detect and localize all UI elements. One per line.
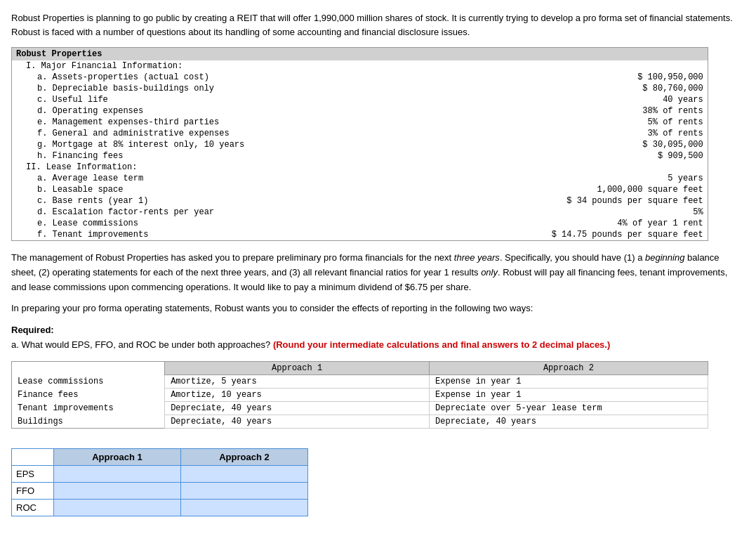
roc-approach2-input[interactable]: [181, 499, 308, 516]
table-row: Lease commissions Amortize, 5 years Expe…: [12, 374, 708, 388]
buildings-app2: Depreciate, 40 years: [430, 415, 708, 428]
gen-admin-value: 3% of rents: [394, 128, 708, 139]
leasable-space-label: b. Leasable space: [12, 184, 394, 195]
base-rents-value: $ 34 pounds per square feet: [394, 195, 708, 207]
avg-lease-label: a. Average lease term: [12, 173, 394, 184]
section-i-header: I. Major Financial Information:: [12, 60, 394, 72]
grid-approach2-header: Approach 2: [181, 448, 308, 465]
lease-comm-label: e. Lease commissions: [12, 218, 394, 229]
base-rents-label: c. Base rents (year 1): [12, 195, 394, 207]
bold-instruction: (Round your intermediate calculations an…: [273, 339, 610, 350]
mortgage-label: g. Mortgage at 8% interest only, 10 year…: [12, 139, 394, 150]
tenant-imp-label: f. Tenant improvements: [12, 229, 394, 241]
roc-approach1-field[interactable]: [58, 502, 176, 513]
tenant-imp-row-label: Tenant improvements: [12, 401, 165, 415]
avg-lease-value: 5 years: [394, 173, 708, 184]
finance-fees-app2: Expense in year 1: [430, 388, 708, 401]
roc-approach2-field[interactable]: [185, 502, 303, 513]
ffo-label: FFO: [12, 482, 54, 499]
eps-approach2-field[interactable]: [185, 469, 303, 479]
escalation-label: d. Escalation factor-rents per year: [12, 207, 394, 218]
approach-comparison-table: Approach 1 Approach 2 Lease commissions …: [11, 361, 708, 429]
roc-label: ROC: [12, 499, 54, 516]
grid-approach1-header: Approach 1: [54, 448, 181, 465]
mgmt-exp-value: 5% of rents: [394, 117, 708, 128]
section-ii-header: II. Lease Information:: [12, 162, 394, 173]
eps-row: EPS: [12, 465, 308, 482]
ffo-approach2-field[interactable]: [185, 485, 303, 496]
eps-approach1-field[interactable]: [58, 469, 176, 479]
eps-approach1-input[interactable]: [54, 465, 181, 482]
eps-label: EPS: [12, 465, 54, 482]
tenant-imp-value: $ 14.75 pounds per square feet: [394, 229, 708, 241]
finance-fees-row-label: Finance fees: [12, 388, 165, 401]
dep-basis-label: b. Depreciable basis-buildings only: [12, 83, 394, 94]
mgmt-exp-label: e. Management expenses-third parties: [12, 117, 394, 128]
middle-paragraph-1: The management of Robust Properties has …: [11, 251, 745, 294]
tenant-imp-app2: Depreciate over 5-year lease term: [430, 401, 708, 415]
buildings-row-label: Buildings: [12, 415, 165, 428]
ffo-approach1-field[interactable]: [58, 485, 176, 496]
required-label: Required:: [11, 325, 54, 335]
gen-admin-label: f. General and administrative expenses: [12, 128, 394, 139]
lease-comm-value: 4% of year 1 rent: [394, 218, 708, 229]
asset-label: a. Assets-properties (actual cost): [12, 72, 394, 83]
approach2-header: Approach 2: [430, 361, 708, 374]
dep-basis-value: $ 80,760,000: [394, 83, 708, 94]
ffo-approach2-input[interactable]: [181, 482, 308, 499]
intro-paragraph: Robust Properties is planning to go publ…: [11, 11, 745, 39]
grid-empty-header: [12, 448, 54, 465]
lease-comm-app2: Expense in year 1: [430, 374, 708, 388]
financing-fees-value: $ 909,500: [394, 150, 708, 162]
ffo-row: FFO: [12, 482, 308, 499]
escalation-value: 5%: [394, 207, 708, 218]
lease-comm-row-label: Lease commissions: [12, 374, 165, 388]
useful-life-value: 40 years: [394, 94, 708, 105]
financial-table: Robust Properties I. Major Financial Inf…: [11, 47, 708, 241]
financing-fees-label: h. Financing fees: [12, 150, 394, 162]
roc-approach1-input[interactable]: [54, 499, 181, 516]
tenant-imp-app1: Depreciate, 40 years: [165, 401, 430, 415]
input-grid: Approach 1 Approach 2 EPS FFO ROC: [11, 448, 308, 516]
lease-comm-app1: Amortize, 5 years: [165, 374, 430, 388]
operating-exp-label: d. Operating expenses: [12, 105, 394, 117]
table-row: Buildings Depreciate, 40 years Depreciat…: [12, 415, 708, 428]
approach1-header: Approach 1: [165, 361, 430, 374]
leasable-space-value: 1,000,000 square feet: [394, 184, 708, 195]
required-section: Required: a. What would EPS, FFO, and RO…: [11, 323, 745, 353]
ffo-approach1-input[interactable]: [54, 482, 181, 499]
part-a-text: a. What would EPS, FFO, and ROC be under…: [11, 339, 270, 350]
eps-approach2-input[interactable]: [181, 465, 308, 482]
operating-exp-value: 38% of rents: [394, 105, 708, 117]
roc-row: ROC: [12, 499, 308, 516]
table-row: Finance fees Amortize, 10 years Expense …: [12, 388, 708, 401]
table-row: Tenant improvements Depreciate, 40 years…: [12, 401, 708, 415]
useful-life-label: c. Useful life: [12, 94, 394, 105]
buildings-app1: Depreciate, 40 years: [165, 415, 430, 428]
finance-fees-app1: Amortize, 10 years: [165, 388, 430, 401]
middle-paragraph-2: In preparing your pro forma operating st…: [11, 301, 745, 316]
asset-value: $ 100,950,000: [394, 72, 708, 83]
mortgage-value: $ 30,095,000: [394, 139, 708, 150]
financial-table-title: Robust Properties: [12, 48, 708, 61]
